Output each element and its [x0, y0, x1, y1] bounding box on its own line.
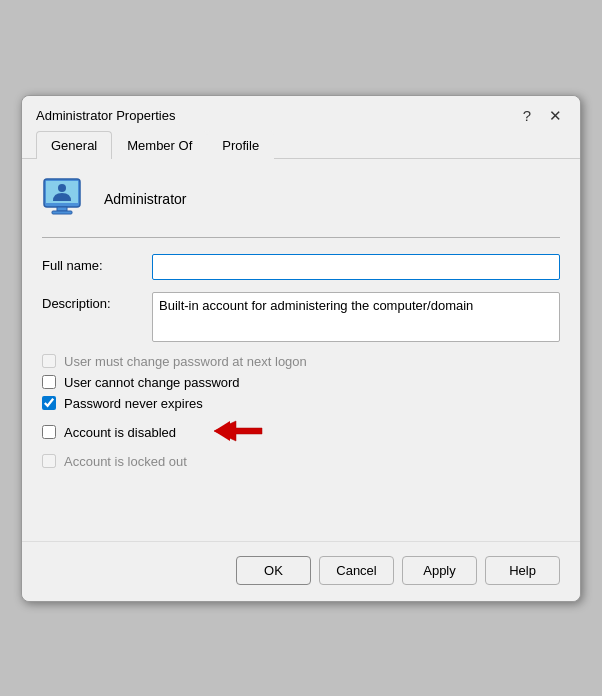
title-bar: Administrator Properties ? ✕	[22, 96, 580, 131]
checkbox-never-expires-row: Password never expires	[42, 396, 560, 411]
locked-out-label: Account is locked out	[64, 454, 187, 469]
user-name: Administrator	[104, 191, 186, 207]
never-expires-checkbox[interactable]	[42, 396, 56, 410]
is-disabled-label: Account is disabled	[64, 425, 176, 440]
svg-marker-6	[214, 421, 230, 441]
body-spacer	[42, 469, 560, 529]
help-button[interactable]: ?	[519, 106, 535, 125]
checkbox-must-change-row: User must change password at next logon	[42, 354, 560, 369]
fullname-input[interactable]	[152, 254, 560, 280]
cannot-change-label: User cannot change password	[64, 375, 240, 390]
must-change-label: User must change password at next logon	[64, 354, 307, 369]
ok-button[interactable]: OK	[236, 556, 311, 585]
dialog-body: Administrator Full name: Description: Bu…	[22, 159, 580, 541]
tab-general[interactable]: General	[36, 131, 112, 159]
checkbox-cannot-change-row: User cannot change password	[42, 375, 560, 390]
is-disabled-checkbox[interactable]	[42, 425, 56, 439]
dialog-title: Administrator Properties	[36, 108, 175, 123]
svg-rect-4	[52, 211, 72, 214]
title-bar-controls: ? ✕	[519, 106, 566, 125]
never-expires-label: Password never expires	[64, 396, 203, 411]
description-row: Description: Built-in account for admini…	[42, 292, 560, 342]
svg-rect-3	[57, 207, 67, 211]
dialog-footer: OK Cancel Apply Help	[22, 541, 580, 601]
help-footer-button[interactable]: Help	[485, 556, 560, 585]
tab-profile[interactable]: Profile	[207, 131, 274, 159]
user-header: Administrator	[42, 175, 560, 223]
section-divider	[42, 237, 560, 238]
checkbox-is-disabled-row: Account is disabled	[42, 417, 560, 448]
cannot-change-checkbox[interactable]	[42, 375, 56, 389]
tab-member-of[interactable]: Member Of	[112, 131, 207, 159]
close-button[interactable]: ✕	[545, 106, 566, 125]
description-label: Description:	[42, 292, 152, 311]
must-change-checkbox[interactable]	[42, 354, 56, 368]
tab-bar: General Member Of Profile	[22, 131, 580, 159]
fullname-label: Full name:	[42, 254, 152, 273]
locked-out-checkbox[interactable]	[42, 454, 56, 468]
red-arrow-indicator	[194, 417, 264, 448]
svg-point-2	[58, 184, 66, 192]
cancel-button[interactable]: Cancel	[319, 556, 394, 585]
fullname-row: Full name:	[42, 254, 560, 280]
user-avatar	[42, 175, 90, 223]
description-input[interactable]: Built-in account for administering the c…	[152, 292, 560, 342]
checkboxes-section: User must change password at next logon …	[42, 354, 560, 469]
administrator-properties-dialog: Administrator Properties ? ✕ General Mem…	[21, 95, 581, 602]
apply-button[interactable]: Apply	[402, 556, 477, 585]
checkbox-locked-out-row: Account is locked out	[42, 454, 560, 469]
